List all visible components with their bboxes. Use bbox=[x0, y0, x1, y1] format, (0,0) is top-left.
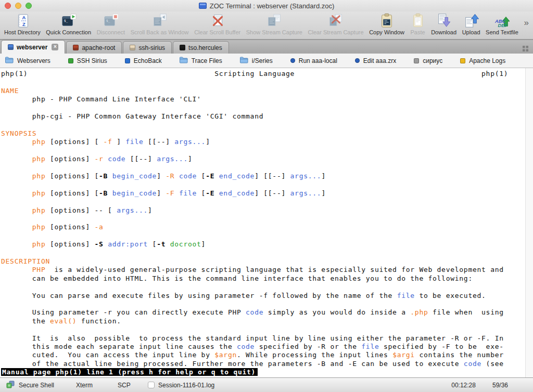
layout-grid-icon[interactable] bbox=[523, 44, 528, 54]
terminal-line: this mode each separate input line cause… bbox=[1, 343, 525, 351]
tab-label: ssh-sirius bbox=[138, 44, 165, 51]
zoc-terminal-window: ZOC Terminal : webserver (Standard.zoc) … bbox=[0, 0, 533, 392]
terminal-line bbox=[1, 249, 525, 257]
tab-ssh-sirius[interactable]: ssh-sirius bbox=[123, 41, 172, 54]
toolbar-button-label: Clear Stream Capture bbox=[308, 29, 364, 35]
terminal-line: PHP is a widely-used general-purpose scr… bbox=[1, 266, 525, 274]
toolbar-button-label: Copy Window bbox=[369, 29, 404, 35]
quickbar-button-echoback[interactable]: EchoBack bbox=[125, 57, 162, 64]
toolbar-button-label: Clear Scroll Buffer bbox=[194, 29, 240, 35]
quick-button-bar: WebserversSSH SiriusEchoBackTrace Filesi… bbox=[0, 54, 533, 68]
terminal-line: NAME bbox=[1, 87, 525, 95]
terminal-line: of the actual line being processed. Furt… bbox=[1, 360, 525, 368]
terminal-line bbox=[1, 163, 525, 172]
tab-label: apache-root bbox=[82, 44, 115, 51]
quick-connection-icon: $_ bbox=[61, 12, 77, 29]
tab-label: tso.hercules bbox=[188, 44, 222, 51]
statusbar: Secure Shell Xterm SCP Session-1116-01.l… bbox=[0, 377, 533, 392]
folder-icon bbox=[5, 57, 14, 65]
toolbar-button-quick-connection[interactable]: $_Quick Connection bbox=[46, 12, 91, 35]
tab-label: webserver bbox=[17, 44, 47, 51]
quickbar-button-apache-logs[interactable]: Apache Logs bbox=[460, 57, 505, 64]
quickbar-button-trace-files[interactable]: Trace Files bbox=[180, 57, 222, 65]
quickbar-button-edit-aaa-zrx[interactable]: Edit aaa.zrx bbox=[355, 57, 396, 64]
window-title: ZOC Terminal : webserver (Standard.zoc) bbox=[210, 2, 335, 10]
clear-stream-capture-icon bbox=[328, 12, 344, 29]
toolbar-button-label: Disconnect bbox=[97, 29, 125, 35]
quickbar-button-run-aaa-local[interactable]: Run aaa-local bbox=[290, 57, 337, 64]
svg-text:$_: $_ bbox=[64, 19, 68, 23]
terminal-line: Using parameter -r you can directly exec… bbox=[1, 308, 525, 317]
send-textfile-icon: ABCDEF bbox=[494, 12, 510, 29]
terminal-line bbox=[1, 283, 525, 291]
svg-text:$_: $_ bbox=[106, 19, 110, 23]
toolbar-button-show-stream-capture: Show Stream Capture bbox=[246, 12, 302, 35]
quickbar-button-ssh-sirius[interactable]: SSH Sirius bbox=[68, 57, 107, 64]
terminal-screen[interactable]: php(1) Scripting Language php(1) NAME ph… bbox=[0, 68, 525, 377]
statusbar-emulation[interactable]: Xterm bbox=[76, 382, 118, 389]
terminal-line bbox=[1, 121, 525, 129]
toolbar-overflow-chevron-icon[interactable]: » bbox=[524, 18, 529, 34]
toolbar-button-label: Paste bbox=[411, 29, 425, 35]
toolbar-button-clear-scroll-buffer: Clear Scroll Buffer bbox=[194, 12, 240, 35]
terminal-line: SYNOPSIS bbox=[1, 129, 525, 138]
circle-icon bbox=[355, 58, 360, 63]
square-icon bbox=[125, 58, 130, 63]
copy-window-icon bbox=[379, 12, 395, 29]
tab-close-icon[interactable]: × bbox=[52, 44, 58, 50]
statusbar-log-label: Session-1116-01.log bbox=[158, 382, 214, 389]
square-icon bbox=[68, 58, 73, 63]
terminal-line: php [options] -r code [[--] args...] bbox=[1, 155, 525, 163]
statusbar-protocol[interactable]: Secure Shell bbox=[6, 381, 70, 390]
disconnect-icon: $_ bbox=[103, 12, 119, 29]
paste-icon bbox=[410, 12, 426, 29]
tab-webserver[interactable]: webserver× bbox=[1, 40, 65, 54]
folder-icon bbox=[240, 57, 248, 65]
toolbar: AZHost Directory$_Quick Connection$_Disc… bbox=[0, 11, 533, 40]
quickbar-button-label: SSH Sirius bbox=[77, 57, 107, 64]
tab-bar: webserver×apache-rootssh-siriustso.hercu… bbox=[0, 40, 533, 54]
toolbar-button-label: Show Stream Capture bbox=[246, 29, 302, 35]
download-icon bbox=[436, 12, 452, 29]
toolbar-button-clear-stream-capture: Clear Stream Capture bbox=[308, 12, 364, 35]
tab-session-icon bbox=[73, 45, 79, 50]
quickbar-button-label: Trace Files bbox=[192, 57, 222, 64]
terminal-line: the eval() function. bbox=[1, 317, 525, 325]
terminal-line: DESCRIPTION bbox=[1, 257, 525, 266]
square-icon bbox=[460, 58, 465, 63]
terminal-line bbox=[1, 215, 525, 223]
toolbar-button-upload[interactable]: Upload bbox=[462, 12, 480, 35]
quickbar-button-webservers[interactable]: Webservers bbox=[5, 57, 50, 65]
quickbar-button-i-series[interactable]: i/Series bbox=[240, 57, 273, 65]
terminal-line bbox=[1, 104, 525, 112]
connection-type-icon bbox=[6, 381, 15, 390]
terminal-scrollbar[interactable] bbox=[525, 68, 533, 377]
toolbar-button-host-directory[interactable]: AZHost Directory bbox=[4, 12, 41, 35]
terminal-line: php [options] -a bbox=[1, 223, 525, 231]
toolbar-button-disconnect: $_Disconnect bbox=[97, 12, 125, 35]
show-stream-capture-icon bbox=[266, 12, 282, 29]
toolbar-button-label: Quick Connection bbox=[46, 29, 91, 35]
toolbar-button-label: Send Textfile bbox=[486, 29, 518, 35]
terminal-line bbox=[1, 180, 525, 189]
terminal-line: cuted. You can access the input line by … bbox=[1, 351, 525, 359]
clear-scroll-buffer-icon bbox=[210, 12, 225, 29]
statusbar-transfer[interactable]: SCP bbox=[118, 382, 148, 389]
toolbar-button-copy-window[interactable]: Copy Window bbox=[369, 12, 404, 35]
toolbar-button-scroll-back-as-window: Scroll Back as Window bbox=[131, 12, 189, 35]
toolbar-button-send-textfile[interactable]: ABCDEFSend Textfile bbox=[486, 12, 518, 35]
minimize-window-icon[interactable] bbox=[15, 3, 21, 9]
tab-tso-hercules[interactable]: tso.hercules bbox=[173, 41, 229, 54]
zoom-window-icon[interactable] bbox=[26, 3, 32, 9]
close-window-icon[interactable] bbox=[5, 3, 11, 9]
quickbar-button-label: Run aaa-local bbox=[299, 57, 337, 64]
toolbar-button-download[interactable]: Download bbox=[431, 12, 456, 35]
terminal-line bbox=[1, 198, 525, 206]
toolbar-button-label: Upload bbox=[462, 29, 480, 35]
terminal-line bbox=[1, 147, 525, 155]
terminal-line: php [options] [ -f ] file [[--] args...] bbox=[1, 138, 525, 146]
log-checkbox[interactable] bbox=[148, 382, 155, 388]
tab-apache-root[interactable]: apache-root bbox=[66, 41, 122, 54]
statusbar-log: Session-1116-01.log bbox=[148, 382, 214, 389]
quickbar-button-сириус[interactable]: сириус bbox=[414, 57, 442, 64]
